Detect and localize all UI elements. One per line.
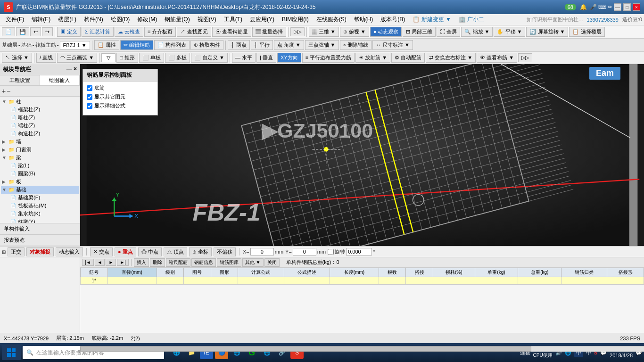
maximize-button[interactable]: □	[623, 3, 631, 11]
zoom-button[interactable]: 🔍 缩放 ▼	[461, 27, 493, 37]
undo-button[interactable]: ↩	[30, 27, 41, 36]
minimize-button[interactable]: —	[614, 3, 621, 11]
tab-draw-input[interactable]: 绘图输入	[40, 75, 80, 85]
tree-struct-column[interactable]: 📄 构造柱(Z)	[1, 130, 79, 138]
close-button[interactable]: ×	[633, 3, 640, 11]
menu-edit[interactable]: 编辑(E)	[28, 15, 54, 25]
3d-view-button[interactable]: ▦ 三维 ▼	[309, 27, 339, 37]
more-tools-button[interactable]: ▷▷	[290, 27, 305, 36]
tree-column-group[interactable]: ▼ 📁 柱	[1, 98, 79, 106]
rebar-library-button[interactable]: 钢筋图库	[217, 258, 241, 267]
dynamic-input-button[interactable]: 动态输入	[56, 247, 83, 256]
menu-component[interactable]: 构件(N)	[80, 15, 107, 25]
xy-direction-button[interactable]: XY方向	[277, 53, 301, 63]
calculate-button[interactable]: Σ 汇总计算	[82, 27, 114, 37]
local-3d-button[interactable]: ⊞ 局部三维	[403, 27, 436, 37]
menu-view[interactable]: 视图(V)	[194, 15, 220, 25]
first-page-button[interactable]: |◄	[82, 259, 94, 266]
insert-row-button[interactable]: 插入	[134, 258, 149, 267]
multi-slab-button[interactable]: ⬜ 多板	[165, 53, 190, 63]
component-dropdown[interactable]: FBZJ-1 ▼	[60, 41, 90, 49]
line-button[interactable]: / 直线	[36, 53, 56, 63]
swap-label-button[interactable]: ⇄ 交换左右标注 ▼	[426, 53, 476, 63]
no-offset-button[interactable]: 不偏移	[214, 247, 236, 256]
view-rebar-button[interactable]: ☉ 查看钢筋量	[212, 27, 251, 37]
rect-button[interactable]: □ 矩形	[116, 53, 138, 63]
tree-frame-column[interactable]: 📄 框架柱(Z)	[1, 106, 79, 114]
vertical-button[interactable]: | 垂直	[256, 53, 276, 63]
find-element-button[interactable]: ↗ 查找图元	[177, 27, 211, 37]
cloud-check-button[interactable]: ☁ 云检查	[115, 27, 143, 37]
tree-foundation-beam[interactable]: 📄 基础梁(F)	[1, 194, 79, 202]
more-draw-button[interactable]: ▷▷	[518, 53, 532, 62]
last-page-button[interactable]: ►|	[117, 259, 129, 266]
tree-dark-column[interactable]: 📄 暗柱(Z)	[1, 114, 79, 122]
tree-slab-group[interactable]: ▶ 📁 板	[1, 178, 79, 186]
tree-end-column[interactable]: 📄 端柱(Z)	[1, 122, 79, 130]
menu-cloud[interactable]: 云应用(Y)	[246, 15, 278, 25]
x-coord-input[interactable]: X= mm	[243, 248, 283, 255]
h-scrollbar-thumb[interactable]	[80, 346, 531, 352]
pick-component-button[interactable]: ⊕ 拾取构件	[190, 40, 223, 50]
tree-foundation-group[interactable]: ▼ 📁 基础	[1, 186, 79, 194]
auto-rebar-button[interactable]: ⚙ 自动配筋	[391, 53, 425, 63]
report-preview-button[interactable]: 报表预览	[0, 235, 80, 246]
tree-sump[interactable]: 📄 集水坑(K)	[1, 210, 79, 218]
menu-rebar[interactable]: 钢筋量(Q)	[161, 15, 193, 25]
rotate-checkbox[interactable]	[328, 249, 334, 255]
coordinate-button[interactable]: ⊕ 坐标	[189, 247, 212, 256]
rotate-button[interactable]: 🔄 屏幕旋转 ▼	[526, 27, 568, 37]
diameter-input[interactable]	[123, 278, 141, 283]
fullscreen-button[interactable]: ⛶ 全屏	[437, 27, 460, 37]
component-list-button[interactable]: 📄 构件列表	[154, 40, 190, 50]
orthogonal-button[interactable]: 正交	[8, 247, 25, 256]
canvas-area[interactable]: FBZ-1 ▶GZJ50100 X Y	[80, 64, 644, 246]
checkbox-bottom-rebar-input[interactable]	[87, 85, 92, 91]
single-component-input-button[interactable]: 单构件输入	[0, 223, 80, 235]
other-button[interactable]: 其他 ▼	[242, 258, 264, 267]
checkbox-show-formula-input[interactable]	[87, 103, 92, 109]
menu-bim[interactable]: BIM应用(I)	[278, 15, 313, 25]
select-tool-button[interactable]: ↖ 选择 ▼	[2, 53, 32, 63]
parallel-button[interactable]: ┤ 平行	[251, 40, 273, 50]
arc-button[interactable]: ◠ 三点画弧 ▼	[57, 53, 97, 63]
define-button[interactable]: ▣ 定义	[57, 27, 81, 37]
custom-button[interactable]: ⬜ 自定义 ▼	[191, 53, 228, 63]
scale-rebar-button[interactable]: 缩尺配筋	[166, 258, 190, 267]
checkbox-show-formula[interactable]: 显示详细公式	[87, 102, 154, 109]
point-angle-button[interactable]: 点 角度 ▼	[274, 40, 304, 50]
menu-tools[interactable]: 工具(T)	[220, 15, 246, 25]
shape-dropdown[interactable]: ▽	[101, 53, 116, 62]
y-value-input[interactable]	[293, 248, 316, 255]
save-button[interactable]: 💾	[16, 27, 29, 36]
tab-project-settings[interactable]: 工程设置	[0, 75, 40, 85]
start-button[interactable]	[2, 345, 21, 360]
checkbox-show-others[interactable]: 显示其它图元	[87, 93, 154, 100]
parallel-rebar-button[interactable]: ≡ 平行边布置受力筋	[302, 53, 355, 63]
h-scrollbar[interactable]	[80, 346, 644, 352]
rebar-info-button[interactable]: 钢筋信息	[191, 258, 216, 267]
x-value-input[interactable]	[250, 248, 274, 255]
intersection-button[interactable]: ✕ 交点	[90, 247, 113, 256]
delete-aux-button[interactable]: × 删除辅线	[340, 40, 372, 50]
menu-modify[interactable]: 修改(M)	[133, 15, 161, 25]
tree-beam-l[interactable]: 📄 梁(L)	[1, 162, 79, 170]
single-slab-button[interactable]: ⬜ 单板	[139, 53, 164, 63]
radial-rebar-button[interactable]: ☀ 放射筋 ▼	[355, 53, 390, 63]
cell-diameter[interactable]	[107, 277, 157, 285]
menu-guangxiao[interactable]: 🏢 广小二	[455, 15, 488, 25]
menu-floor[interactable]: 楼层(L)	[54, 15, 80, 25]
horizontal-button[interactable]: — 水平	[232, 53, 256, 63]
rebar-table-container[interactable]: 筋号 直径(mm) 级别 图号 图形 计算公式 公式描述 长度(mm) 根数 搭…	[80, 268, 644, 285]
panel-add-icon[interactable]: +	[2, 87, 6, 95]
checkbox-show-others-input[interactable]	[87, 94, 92, 100]
dynamic-view-button[interactable]: ● 动态观察	[370, 27, 402, 37]
tree-wall-group[interactable]: ▶ 📁 墙	[1, 138, 79, 146]
menu-version[interactable]: 版本号(B)	[377, 15, 409, 25]
redo-button[interactable]: ↪	[42, 27, 53, 36]
rotate-value-input[interactable]	[346, 248, 372, 255]
panel-minus-icon[interactable]: −	[7, 87, 10, 95]
view-layout-button[interactable]: 👁 查看布筋 ▼	[477, 53, 517, 63]
menu-service[interactable]: 在线服务(S)	[313, 15, 350, 25]
object-snap-button[interactable]: 对象捕捉	[26, 247, 54, 256]
